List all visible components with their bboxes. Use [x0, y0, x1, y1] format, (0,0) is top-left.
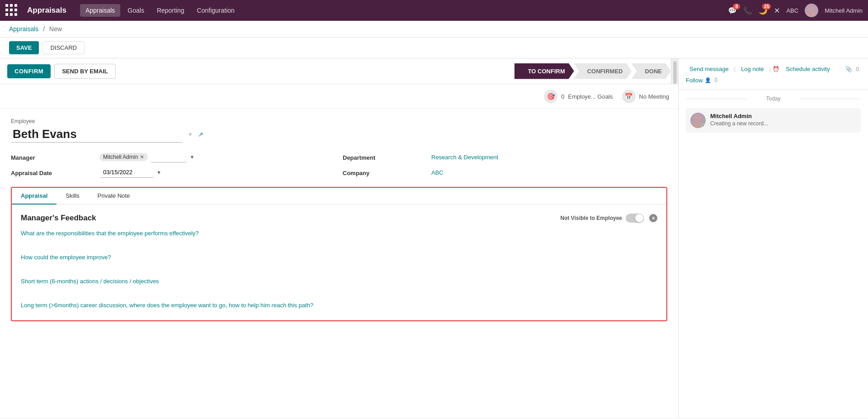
tab-content-appraisal: Manager's Feedback Not Visible to Employ…	[12, 205, 666, 320]
fields-grid: Manager Mitchell Admin ✕ ▼ Department Re…	[11, 152, 667, 178]
department-field: Research & Development	[431, 152, 667, 162]
status-pipeline: TO CONFIRM CONFIRMED DONE	[515, 63, 671, 79]
tabs-header: Appraisal Skills Private Note	[12, 188, 666, 205]
tab-private-note[interactable]: Private Note	[89, 188, 139, 205]
appraisal-date-field: ▼	[99, 167, 335, 178]
breadcrumb-current: New	[49, 25, 62, 33]
tab-skills[interactable]: Skills	[57, 188, 88, 205]
manager-field: Mitchell Admin ✕ ▼	[99, 152, 335, 162]
toggle-x-btn[interactable]: ✕	[649, 214, 657, 222]
user-name[interactable]: Mitchell Admin	[825, 7, 863, 14]
user-avatar[interactable]	[805, 4, 818, 17]
form-content: Employee ▼ ↗ Manager Mitchell Admin ✕ ▼ …	[0, 109, 678, 330]
moon-icon[interactable]: 🌙 25	[759, 6, 768, 15]
toggle-knob	[635, 214, 643, 222]
svg-point-1	[806, 12, 817, 17]
feedback-question-3[interactable]: Short term (6-months) actions / decision…	[21, 278, 657, 285]
company-value[interactable]: ABC	[431, 169, 443, 176]
department-value[interactable]: Research & Development	[431, 154, 498, 161]
action-bar: SAVE DISCARD	[0, 38, 868, 58]
schedule-activity-link[interactable]: Schedule activity	[782, 64, 834, 74]
sidebar-content: Today Mitchell Admin Creating a new reco…	[679, 90, 868, 418]
form-actions-left: CONFIRM SEND BY EMAIL	[0, 59, 515, 83]
discard-button[interactable]: DISCARD	[42, 41, 85, 54]
feedback-question-1[interactable]: What are the responsibilities that the e…	[21, 230, 657, 237]
follow-button[interactable]: Follow 👤 0	[686, 76, 719, 84]
follow-label: Follow	[686, 77, 703, 84]
close-icon[interactable]: ✕	[774, 6, 780, 15]
online-dot	[702, 124, 705, 128]
breadcrumb-parent[interactable]: Appraisals	[9, 25, 38, 33]
message-item: Mitchell Admin Creating a new record...	[686, 108, 861, 133]
goals-label: Employe... Goals	[568, 93, 613, 100]
send-email-button[interactable]: SEND BY EMAIL	[54, 64, 116, 79]
employee-name-row: ▼ ↗	[11, 126, 667, 143]
tabs-container: Appraisal Skills Private Note Manager's …	[11, 187, 667, 321]
chat-icon[interactable]: 💬 8	[728, 6, 737, 15]
managers-feedback-title: Manager's Feedback	[21, 214, 96, 223]
message-avatar	[690, 113, 706, 128]
sidebar-actions: Send message | Log note | ⏰ Schedule act…	[679, 58, 868, 90]
manager-label: Manager	[11, 152, 92, 162]
top-nav: Appraisals Appraisals Goals Reporting Co…	[0, 0, 868, 21]
ext-link-icon[interactable]: ↗	[198, 131, 203, 138]
goals-count: 0	[561, 93, 564, 100]
not-visible-toggle: Not Visible to Employee ✕	[561, 214, 657, 223]
confirm-button[interactable]: CONFIRM	[7, 64, 51, 78]
date-dropdown-arrow[interactable]: ▼	[156, 170, 161, 175]
visibility-toggle[interactable]	[626, 214, 644, 223]
status-done[interactable]: DONE	[631, 63, 671, 79]
nav-appraisals[interactable]: Appraisals	[80, 4, 120, 17]
manager-tag: Mitchell Admin ✕	[99, 153, 148, 161]
paperclip-icon: 📎	[845, 66, 852, 72]
meeting-label: No Meeting	[639, 93, 669, 100]
breadcrumb: Appraisals / New	[0, 21, 868, 38]
form-area: CONFIRM SEND BY EMAIL TO CONFIRM CONFIRM…	[0, 58, 678, 418]
managers-feedback-title-row: Manager's Feedback Not Visible to Employ…	[21, 214, 657, 223]
tab-appraisal[interactable]: Appraisal	[12, 188, 57, 205]
phone-icon[interactable]: 📞	[743, 6, 752, 15]
svg-point-0	[808, 5, 815, 12]
nav-reporting[interactable]: Reporting	[151, 4, 190, 17]
clock-icon: ⏰	[773, 66, 779, 72]
goals-metric[interactable]: 🎯 0 Employe... Goals	[544, 90, 613, 103]
message-text: Creating a new record...	[710, 120, 768, 127]
save-button[interactable]: SAVE	[9, 41, 39, 54]
main-layout: CONFIRM SEND BY EMAIL TO CONFIRM CONFIRM…	[0, 58, 868, 418]
follow-count: 0	[713, 76, 720, 84]
manager-input[interactable]	[151, 152, 187, 162]
message-author: Mitchell Admin	[710, 113, 768, 119]
feedback-question-4[interactable]: Long term (>6months) career discussion, …	[21, 302, 657, 309]
app-name: Appraisals	[27, 6, 66, 15]
employee-field-label: Employee	[11, 118, 667, 124]
status-confirmed[interactable]: CONFIRMED	[574, 63, 632, 79]
svg-point-2	[694, 114, 702, 122]
feedback-question-2[interactable]: How could the employee improve?	[21, 254, 657, 261]
manager-tag-remove[interactable]: ✕	[140, 154, 144, 160]
company-field: ABC	[431, 167, 667, 178]
form-metrics-row: 🎯 0 Employe... Goals 📅 No Meeting	[0, 84, 678, 109]
appraisal-date-label: Appraisal Date	[11, 167, 92, 178]
today-label: Today	[686, 95, 861, 102]
send-message-link[interactable]: Send message	[686, 64, 732, 74]
nav-configuration[interactable]: Configuration	[192, 4, 240, 17]
appraisal-date-input[interactable]	[99, 167, 154, 178]
goals-icon: 🎯	[544, 90, 557, 103]
department-label: Department	[343, 152, 424, 162]
log-note-link[interactable]: Log note	[737, 64, 768, 74]
nav-links: Appraisals Goals Reporting Configuration	[80, 4, 719, 17]
message-body: Mitchell Admin Creating a new record...	[710, 113, 768, 128]
not-visible-label: Not Visible to Employee	[561, 215, 622, 221]
form-status-bar: CONFIRM SEND BY EMAIL TO CONFIRM CONFIRM…	[0, 58, 678, 84]
calendar-icon: 📅	[622, 90, 636, 103]
app-grid-icon[interactable]	[5, 4, 18, 17]
manager-dropdown-arrow[interactable]: ▼	[189, 154, 194, 160]
chat-badge: 8	[733, 4, 740, 10]
status-to-confirm[interactable]: TO CONFIRM	[514, 63, 574, 79]
meeting-metric[interactable]: 📅 No Meeting	[622, 90, 669, 103]
company-label: Company	[343, 167, 424, 178]
abc-label: ABC	[786, 7, 798, 14]
attach-count: 0	[854, 65, 861, 73]
employee-name-input[interactable]	[11, 126, 183, 143]
nav-goals[interactable]: Goals	[122, 4, 150, 17]
